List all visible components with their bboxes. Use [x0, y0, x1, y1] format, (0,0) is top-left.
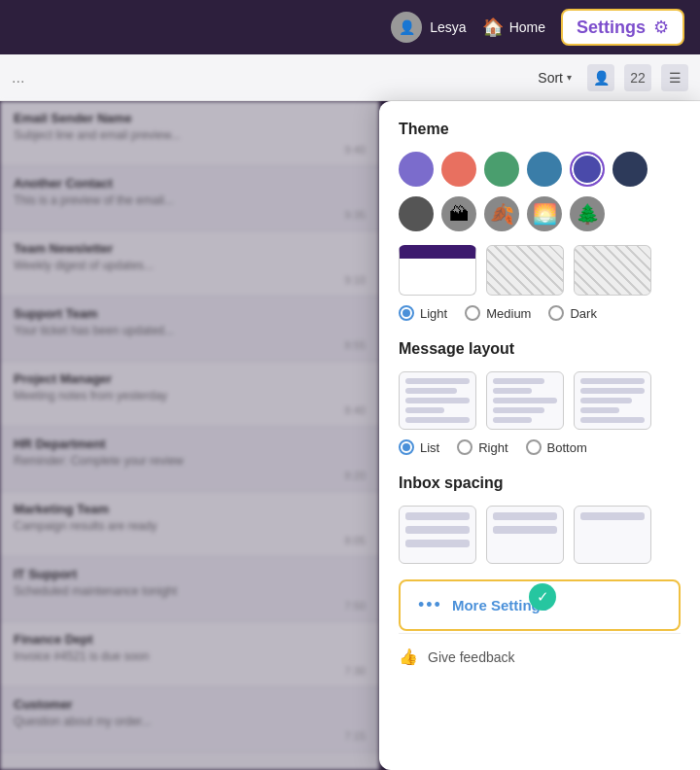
photo-theme-desert-sunset[interactable]: 🌅: [527, 196, 562, 231]
give-feedback-label: Give feedback: [428, 649, 515, 665]
theme-color-purple-blue[interactable]: [399, 152, 434, 187]
photo-theme-dark-gray[interactable]: [399, 196, 434, 231]
avatar: 👤: [391, 12, 422, 43]
email-time: 8:40: [14, 404, 366, 416]
theme-preview-light[interactable]: [399, 245, 476, 296]
theme-color-indigo[interactable]: [570, 152, 605, 187]
theme-color-dark-navy[interactable]: [612, 152, 648, 187]
photo-theme-forest-green[interactable]: 🌲: [570, 196, 605, 231]
email-item: Support Team Your ticket has been update…: [0, 297, 379, 362]
radio-medium[interactable]: Medium: [465, 305, 531, 321]
radio-dark-label: Dark: [570, 306, 596, 321]
theme-color-teal-dark[interactable]: [527, 152, 562, 187]
radio-bottom[interactable]: Bottom: [526, 439, 587, 455]
layout-preview-bottom[interactable]: [574, 371, 651, 430]
layout-line: [493, 378, 544, 384]
photo-theme-mountains-blue[interactable]: 🏔: [441, 196, 476, 231]
layout-line: [405, 417, 470, 423]
radio-bottom-label: Bottom: [547, 440, 587, 455]
email-preview: Scheduled maintenance tonight: [14, 584, 366, 598]
email-sender: Marketing Team: [14, 502, 366, 516]
layout-line: [580, 407, 619, 413]
user-name: Lesya: [430, 19, 466, 35]
contacts-icon[interactable]: 👤: [587, 64, 614, 91]
email-preview: Meeting notes from yesterday: [14, 389, 366, 402]
topbar: 👤 Lesya 🏠 Home Settings ⚙: [0, 0, 700, 54]
email-sender: Project Manager: [14, 371, 366, 386]
radio-right[interactable]: Right: [457, 439, 508, 455]
email-item: IT Support Scheduled maintenance tonight…: [0, 557, 379, 622]
spacing-preview-default[interactable]: [486, 506, 564, 564]
radio-medium-label: Medium: [486, 306, 531, 321]
radio-circle-medium: [465, 305, 480, 321]
email-preview: Your ticket has been updated...: [14, 324, 366, 337]
layout-line: [493, 417, 532, 423]
settings-button[interactable]: Settings ⚙: [561, 9, 684, 46]
radio-list[interactable]: List: [399, 439, 439, 455]
layout-line: [580, 398, 632, 403]
email-time: 8:05: [14, 535, 366, 546]
toolbar-dots: ...: [12, 69, 24, 87]
layout-line: [493, 407, 544, 413]
layout-line: [580, 417, 645, 423]
toolbar-icons: 👤 22 ☰: [587, 64, 688, 91]
radio-circle-list: [399, 439, 414, 455]
inbox-spacing-section-title: Inbox spacing: [399, 474, 681, 492]
theme-color-coral[interactable]: [441, 152, 476, 187]
radio-circle-dark: [548, 305, 564, 321]
toolbar: ... Sort ▾ 👤 22 ☰: [0, 54, 700, 101]
email-time: 8:20: [14, 470, 366, 481]
radio-right-label: Right: [478, 440, 508, 455]
home-link[interactable]: 🏠 Home: [482, 17, 545, 38]
radio-light-label: Light: [420, 306, 447, 321]
theme-color-green[interactable]: [484, 152, 519, 187]
email-time: 8:55: [14, 339, 366, 351]
email-preview: Subject line and email preview...: [14, 128, 366, 142]
spacing-preview-spacious[interactable]: [574, 506, 651, 564]
email-time: 7:15: [14, 730, 366, 742]
email-item: HR Department Reminder: Complete your re…: [0, 427, 379, 492]
layout-line: [405, 388, 457, 394]
spacing-line: [493, 512, 557, 520]
email-sender: HR Department: [14, 437, 366, 451]
theme-preview-medium[interactable]: [486, 245, 564, 296]
layout-icon[interactable]: ☰: [661, 64, 688, 91]
sort-button[interactable]: Sort ▾: [530, 66, 579, 89]
theme-previews: [399, 245, 681, 296]
email-sender: Another Contact: [14, 176, 366, 191]
email-sender: Team Newsletter: [14, 241, 366, 256]
email-sender: Customer: [14, 697, 366, 712]
spacing-line: [493, 526, 557, 534]
layout-line: [405, 378, 470, 384]
settings-panel: Theme 🏔🍂🌅🌲 Light Medium Dark Message lay: [379, 101, 700, 770]
theme-preview-dark[interactable]: [574, 245, 651, 296]
home-icon: 🏠: [482, 17, 504, 38]
layout-line: [493, 388, 532, 394]
layout-preview-list[interactable]: [399, 371, 476, 430]
user-profile[interactable]: 👤 Lesya: [391, 12, 466, 43]
radio-light[interactable]: Light: [399, 305, 447, 321]
email-sender: IT Support: [14, 567, 366, 581]
email-item: Email Sender Name Subject line and email…: [0, 101, 379, 166]
main-area: Email Sender Name Subject line and email…: [0, 101, 700, 770]
email-item: Another Contact This is a preview of the…: [0, 166, 379, 231]
layout-line: [580, 378, 645, 384]
email-item: Marketing Team Campaign results are read…: [0, 492, 379, 557]
spacing-line: [405, 526, 470, 534]
layout-radio-group: List Right Bottom: [399, 439, 681, 455]
home-label: Home: [509, 19, 545, 35]
radio-circle-right: [457, 439, 472, 455]
calendar-icon[interactable]: 22: [624, 64, 651, 91]
photo-theme-autumn[interactable]: 🍂: [484, 196, 519, 231]
give-feedback-row[interactable]: 👍 Give feedback: [399, 633, 681, 680]
layout-preview-right[interactable]: [486, 371, 564, 430]
spacing-previews: [399, 506, 681, 564]
email-preview: This is a preview of the email...: [14, 193, 366, 207]
radio-dark[interactable]: Dark: [548, 305, 596, 321]
layout-line: [580, 388, 645, 394]
teal-check-badge: ✓: [529, 583, 556, 611]
email-time: 9:10: [14, 274, 366, 286]
email-time: 9:40: [14, 144, 366, 156]
spacing-preview-compact[interactable]: [399, 506, 476, 564]
layout-line: [405, 398, 470, 403]
